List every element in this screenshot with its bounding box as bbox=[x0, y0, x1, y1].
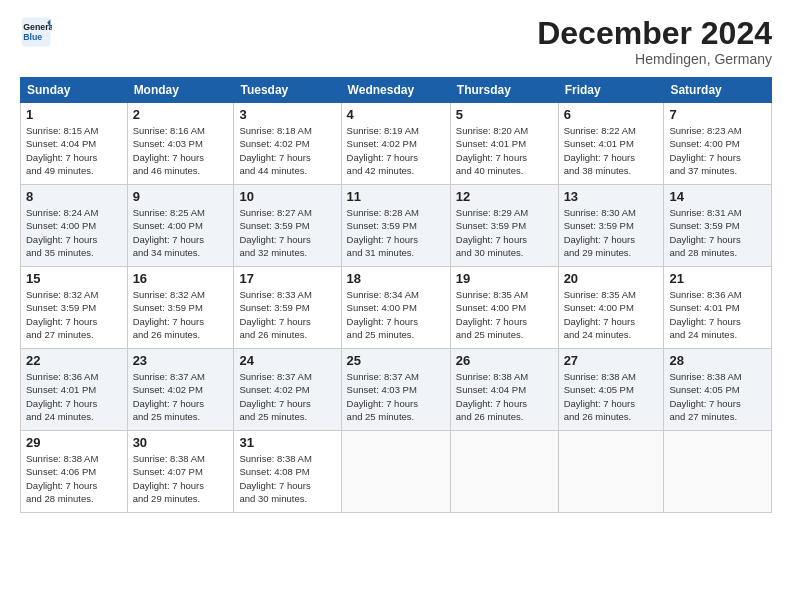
calendar-cell bbox=[341, 431, 450, 513]
calendar-cell: 5Sunrise: 8:20 AM Sunset: 4:01 PM Daylig… bbox=[450, 103, 558, 185]
day-number: 22 bbox=[26, 353, 122, 368]
calendar-cell: 20Sunrise: 8:35 AM Sunset: 4:00 PM Dayli… bbox=[558, 267, 664, 349]
day-info: Sunrise: 8:38 AM Sunset: 4:06 PM Dayligh… bbox=[26, 452, 122, 505]
calendar-cell: 13Sunrise: 8:30 AM Sunset: 3:59 PM Dayli… bbox=[558, 185, 664, 267]
day-number: 17 bbox=[239, 271, 335, 286]
day-info: Sunrise: 8:24 AM Sunset: 4:00 PM Dayligh… bbox=[26, 206, 122, 259]
calendar-cell: 25Sunrise: 8:37 AM Sunset: 4:03 PM Dayli… bbox=[341, 349, 450, 431]
day-number: 13 bbox=[564, 189, 659, 204]
calendar-cell: 28Sunrise: 8:38 AM Sunset: 4:05 PM Dayli… bbox=[664, 349, 772, 431]
calendar-cell bbox=[664, 431, 772, 513]
day-number: 18 bbox=[347, 271, 445, 286]
calendar-cell: 22Sunrise: 8:36 AM Sunset: 4:01 PM Dayli… bbox=[21, 349, 128, 431]
day-info: Sunrise: 8:15 AM Sunset: 4:04 PM Dayligh… bbox=[26, 124, 122, 177]
day-number: 4 bbox=[347, 107, 445, 122]
day-info: Sunrise: 8:35 AM Sunset: 4:00 PM Dayligh… bbox=[456, 288, 553, 341]
day-number: 26 bbox=[456, 353, 553, 368]
day-number: 25 bbox=[347, 353, 445, 368]
calendar-cell: 9Sunrise: 8:25 AM Sunset: 4:00 PM Daylig… bbox=[127, 185, 234, 267]
day-number: 10 bbox=[239, 189, 335, 204]
day-info: Sunrise: 8:38 AM Sunset: 4:07 PM Dayligh… bbox=[133, 452, 229, 505]
calendar-cell: 26Sunrise: 8:38 AM Sunset: 4:04 PM Dayli… bbox=[450, 349, 558, 431]
day-number: 20 bbox=[564, 271, 659, 286]
day-number: 21 bbox=[669, 271, 766, 286]
calendar-cell: 6Sunrise: 8:22 AM Sunset: 4:01 PM Daylig… bbox=[558, 103, 664, 185]
calendar-cell: 30Sunrise: 8:38 AM Sunset: 4:07 PM Dayli… bbox=[127, 431, 234, 513]
calendar-cell: 21Sunrise: 8:36 AM Sunset: 4:01 PM Dayli… bbox=[664, 267, 772, 349]
day-info: Sunrise: 8:28 AM Sunset: 3:59 PM Dayligh… bbox=[347, 206, 445, 259]
day-info: Sunrise: 8:20 AM Sunset: 4:01 PM Dayligh… bbox=[456, 124, 553, 177]
svg-text:General: General bbox=[23, 22, 52, 32]
calendar-day-header: Monday bbox=[127, 78, 234, 103]
day-number: 6 bbox=[564, 107, 659, 122]
calendar-cell: 12Sunrise: 8:29 AM Sunset: 3:59 PM Dayli… bbox=[450, 185, 558, 267]
calendar-cell: 17Sunrise: 8:33 AM Sunset: 3:59 PM Dayli… bbox=[234, 267, 341, 349]
calendar-cell: 19Sunrise: 8:35 AM Sunset: 4:00 PM Dayli… bbox=[450, 267, 558, 349]
calendar-cell bbox=[558, 431, 664, 513]
day-info: Sunrise: 8:37 AM Sunset: 4:03 PM Dayligh… bbox=[347, 370, 445, 423]
calendar-cell: 2Sunrise: 8:16 AM Sunset: 4:03 PM Daylig… bbox=[127, 103, 234, 185]
calendar-header-row: SundayMondayTuesdayWednesdayThursdayFrid… bbox=[21, 78, 772, 103]
calendar-cell: 1Sunrise: 8:15 AM Sunset: 4:04 PM Daylig… bbox=[21, 103, 128, 185]
day-number: 16 bbox=[133, 271, 229, 286]
day-number: 23 bbox=[133, 353, 229, 368]
day-number: 19 bbox=[456, 271, 553, 286]
day-info: Sunrise: 8:38 AM Sunset: 4:04 PM Dayligh… bbox=[456, 370, 553, 423]
day-number: 3 bbox=[239, 107, 335, 122]
svg-text:Blue: Blue bbox=[23, 32, 42, 42]
day-info: Sunrise: 8:38 AM Sunset: 4:05 PM Dayligh… bbox=[564, 370, 659, 423]
day-info: Sunrise: 8:36 AM Sunset: 4:01 PM Dayligh… bbox=[669, 288, 766, 341]
day-info: Sunrise: 8:19 AM Sunset: 4:02 PM Dayligh… bbox=[347, 124, 445, 177]
calendar-day-header: Thursday bbox=[450, 78, 558, 103]
calendar-day-header: Friday bbox=[558, 78, 664, 103]
day-number: 28 bbox=[669, 353, 766, 368]
calendar-cell: 14Sunrise: 8:31 AM Sunset: 3:59 PM Dayli… bbox=[664, 185, 772, 267]
calendar-day-header: Wednesday bbox=[341, 78, 450, 103]
calendar-table: SundayMondayTuesdayWednesdayThursdayFrid… bbox=[20, 77, 772, 513]
day-info: Sunrise: 8:32 AM Sunset: 3:59 PM Dayligh… bbox=[26, 288, 122, 341]
calendar-cell: 23Sunrise: 8:37 AM Sunset: 4:02 PM Dayli… bbox=[127, 349, 234, 431]
calendar-cell: 16Sunrise: 8:32 AM Sunset: 3:59 PM Dayli… bbox=[127, 267, 234, 349]
calendar-cell bbox=[450, 431, 558, 513]
day-number: 9 bbox=[133, 189, 229, 204]
day-number: 29 bbox=[26, 435, 122, 450]
calendar-week-row: 1Sunrise: 8:15 AM Sunset: 4:04 PM Daylig… bbox=[21, 103, 772, 185]
calendar-week-row: 15Sunrise: 8:32 AM Sunset: 3:59 PM Dayli… bbox=[21, 267, 772, 349]
logo-icon: General Blue bbox=[20, 16, 52, 48]
day-info: Sunrise: 8:23 AM Sunset: 4:00 PM Dayligh… bbox=[669, 124, 766, 177]
calendar-cell: 24Sunrise: 8:37 AM Sunset: 4:02 PM Dayli… bbox=[234, 349, 341, 431]
day-info: Sunrise: 8:16 AM Sunset: 4:03 PM Dayligh… bbox=[133, 124, 229, 177]
day-info: Sunrise: 8:34 AM Sunset: 4:00 PM Dayligh… bbox=[347, 288, 445, 341]
day-info: Sunrise: 8:35 AM Sunset: 4:00 PM Dayligh… bbox=[564, 288, 659, 341]
day-info: Sunrise: 8:36 AM Sunset: 4:01 PM Dayligh… bbox=[26, 370, 122, 423]
calendar-cell: 27Sunrise: 8:38 AM Sunset: 4:05 PM Dayli… bbox=[558, 349, 664, 431]
calendar-cell: 15Sunrise: 8:32 AM Sunset: 3:59 PM Dayli… bbox=[21, 267, 128, 349]
calendar-week-row: 29Sunrise: 8:38 AM Sunset: 4:06 PM Dayli… bbox=[21, 431, 772, 513]
calendar-cell: 7Sunrise: 8:23 AM Sunset: 4:00 PM Daylig… bbox=[664, 103, 772, 185]
day-info: Sunrise: 8:37 AM Sunset: 4:02 PM Dayligh… bbox=[133, 370, 229, 423]
calendar-day-header: Sunday bbox=[21, 78, 128, 103]
logo: General Blue bbox=[20, 16, 52, 48]
day-info: Sunrise: 8:31 AM Sunset: 3:59 PM Dayligh… bbox=[669, 206, 766, 259]
day-number: 7 bbox=[669, 107, 766, 122]
page: General Blue December 2024 Hemdingen, Ge… bbox=[0, 0, 792, 612]
calendar-day-header: Saturday bbox=[664, 78, 772, 103]
day-number: 8 bbox=[26, 189, 122, 204]
day-info: Sunrise: 8:37 AM Sunset: 4:02 PM Dayligh… bbox=[239, 370, 335, 423]
day-info: Sunrise: 8:18 AM Sunset: 4:02 PM Dayligh… bbox=[239, 124, 335, 177]
month-title: December 2024 bbox=[537, 16, 772, 51]
calendar-cell: 11Sunrise: 8:28 AM Sunset: 3:59 PM Dayli… bbox=[341, 185, 450, 267]
day-number: 27 bbox=[564, 353, 659, 368]
calendar-cell: 8Sunrise: 8:24 AM Sunset: 4:00 PM Daylig… bbox=[21, 185, 128, 267]
day-info: Sunrise: 8:22 AM Sunset: 4:01 PM Dayligh… bbox=[564, 124, 659, 177]
day-info: Sunrise: 8:33 AM Sunset: 3:59 PM Dayligh… bbox=[239, 288, 335, 341]
day-number: 12 bbox=[456, 189, 553, 204]
subtitle: Hemdingen, Germany bbox=[537, 51, 772, 67]
day-number: 14 bbox=[669, 189, 766, 204]
title-block: December 2024 Hemdingen, Germany bbox=[537, 16, 772, 67]
day-info: Sunrise: 8:25 AM Sunset: 4:00 PM Dayligh… bbox=[133, 206, 229, 259]
day-info: Sunrise: 8:29 AM Sunset: 3:59 PM Dayligh… bbox=[456, 206, 553, 259]
day-number: 24 bbox=[239, 353, 335, 368]
header: General Blue December 2024 Hemdingen, Ge… bbox=[20, 16, 772, 67]
day-number: 11 bbox=[347, 189, 445, 204]
